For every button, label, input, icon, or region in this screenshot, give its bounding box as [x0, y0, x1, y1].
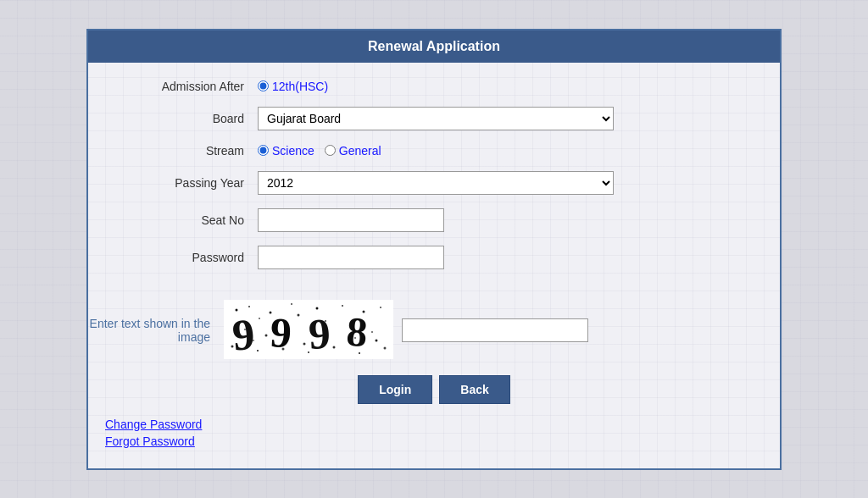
back-button[interactable]: Back [439, 375, 509, 404]
change-password-link[interactable]: Change Password [105, 418, 763, 431]
svg-point-10 [257, 350, 259, 351]
passing-year-select[interactable]: 2012 2011 2010 2009 2008 [258, 171, 614, 195]
admission-after-label: Admission After [122, 80, 258, 93]
stream-science-option[interactable]: Science [258, 144, 314, 158]
admission-after-radio-group: 12th(HSC) [258, 80, 614, 93]
main-container: Renewal Application Admission After 12th… [86, 29, 782, 470]
board-label: Board [122, 112, 258, 125]
seat-no-input[interactable] [258, 208, 444, 232]
password-input[interactable] [258, 246, 444, 269]
form-title: Renewal Application [368, 39, 500, 53]
stream-science-label: Science [272, 144, 314, 158]
svg-point-28 [253, 340, 254, 341]
svg-point-15 [384, 346, 387, 349]
svg-point-25 [298, 313, 300, 316]
captcha-image: 9 9 9 8 [224, 300, 393, 359]
svg-text:9: 9 [308, 309, 331, 357]
svg-point-6 [342, 305, 343, 307]
captcha-image-wrapper: 9 9 9 8 [224, 300, 393, 362]
stream-radio-group: Science General [258, 144, 614, 158]
svg-point-2 [248, 306, 250, 307]
login-button[interactable]: Login [358, 375, 432, 404]
passing-year-row: Passing Year 2012 2011 2010 2009 2008 [122, 171, 746, 195]
button-row: Login Back [88, 375, 780, 404]
password-row: Password [122, 246, 746, 269]
captcha-area: 9 9 9 8 [224, 300, 588, 362]
stream-control: Science General [258, 144, 614, 158]
password-label: Password [122, 251, 258, 264]
svg-point-5 [316, 307, 319, 309]
svg-point-4 [291, 303, 292, 305]
svg-text:9: 9 [231, 309, 257, 358]
seat-no-row: Seat No [122, 208, 746, 232]
captcha-input[interactable] [402, 318, 588, 342]
board-row: Board Gujarat Board CBSE Board ICSE Boar… [122, 107, 746, 130]
stream-row: Stream Science General [122, 144, 746, 158]
board-control: Gujarat Board CBSE Board ICSE Board Othe… [258, 107, 614, 130]
admission-after-control: 12th(HSC) [258, 80, 614, 93]
svg-point-13 [333, 346, 336, 348]
forgot-password-link[interactable]: Forgot Password [105, 434, 763, 448]
admission-after-row: Admission After 12th(HSC) [122, 80, 746, 93]
stream-science-radio[interactable] [258, 145, 269, 156]
passing-year-control: 2012 2011 2010 2009 2008 [258, 171, 614, 195]
form-header: Renewal Application [88, 30, 780, 63]
stream-general-label: General [339, 144, 381, 158]
stream-general-option[interactable]: General [325, 144, 381, 158]
svg-point-24 [259, 318, 260, 319]
admission-12th-hsc-option[interactable]: 12th(HSC) [258, 80, 328, 93]
board-select[interactable]: Gujarat Board CBSE Board ICSE Board Othe… [258, 107, 614, 130]
admission-12th-hsc-radio[interactable] [258, 80, 269, 91]
captcha-row: Enter text shown in the image [88, 300, 780, 362]
svg-point-29 [303, 342, 306, 345]
seat-no-label: Seat No [122, 213, 258, 227]
svg-point-26 [325, 320, 326, 322]
form-body: Admission After 12th(HSC) Board Gujarat … [88, 63, 780, 300]
stream-label: Stream [122, 144, 258, 158]
passing-year-label: Passing Year [122, 176, 258, 190]
svg-point-30 [354, 337, 356, 339]
svg-point-27 [376, 339, 378, 341]
admission-12th-hsc-label: 12th(HSC) [272, 80, 328, 93]
stream-general-radio[interactable] [325, 145, 336, 156]
password-control [258, 246, 614, 269]
svg-point-8 [380, 307, 381, 308]
svg-text:9: 9 [270, 307, 293, 356]
links-section: Change Password Forgot Password [88, 418, 780, 448]
captcha-label: Enter text shown in the image [88, 317, 224, 344]
svg-text:8: 8 [345, 307, 369, 356]
seat-no-control [258, 208, 614, 232]
svg-point-18 [265, 334, 268, 336]
svg-point-17 [371, 331, 373, 333]
